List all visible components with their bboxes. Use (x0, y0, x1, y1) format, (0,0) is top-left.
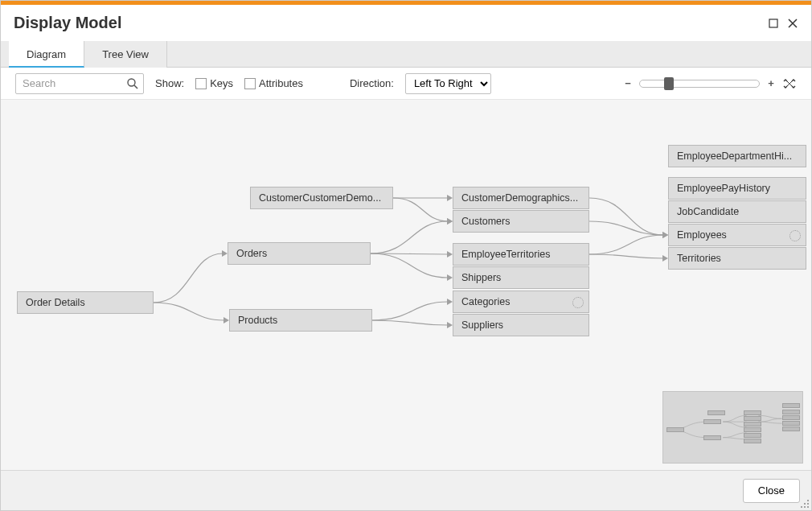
svg-point-1 (128, 79, 135, 86)
svg-marker-5 (447, 218, 453, 225)
zoom-out-button[interactable]: − (621, 77, 634, 90)
toolbar: Show: Keys Attributes Direction: Left To… (1, 68, 811, 100)
svg-point-16 (807, 500, 809, 501)
zoom-in-button[interactable]: + (765, 77, 777, 90)
svg-rect-0 (769, 19, 777, 27)
tab-diagram[interactable]: Diagram (9, 41, 84, 68)
search-icon (126, 77, 139, 90)
node-order-details[interactable]: Order Details (17, 291, 154, 314)
node-categories[interactable]: Categories (453, 291, 589, 313)
window-controls (768, 18, 798, 29)
maximize-icon (769, 19, 778, 28)
svg-point-2 (789, 83, 790, 84)
svg-marker-11 (447, 322, 453, 328)
fit-to-screen-button[interactable] (782, 76, 797, 91)
show-label: Show: (155, 77, 184, 89)
svg-marker-13 (662, 232, 668, 238)
node-shippers[interactable]: Shippers (453, 266, 589, 289)
diagram-canvas[interactable]: Order DetailsOrdersProductsCustomerCusto… (1, 100, 811, 471)
svg-marker-3 (222, 250, 228, 257)
svg-point-20 (804, 506, 806, 508)
zoom-controls: − + (621, 76, 797, 91)
footer: Close (1, 471, 811, 510)
keys-label-text: Keys (210, 77, 233, 89)
node-employees[interactable]: Employees (668, 224, 806, 246)
direction-select[interactable]: Left To Right (405, 73, 491, 94)
close-window-button[interactable] (787, 18, 798, 29)
svg-marker-7 (447, 274, 453, 281)
node-emp-dept-history[interactable]: EmployeeDepartmentHi... (668, 145, 806, 167)
svg-marker-8 (447, 195, 453, 201)
keys-checkbox[interactable] (195, 78, 207, 89)
close-button[interactable]: Close (743, 479, 800, 503)
resize-grip-icon[interactable] (800, 499, 810, 509)
window: Display Model Diagram Tree View Show: Ke… (0, 0, 812, 511)
svg-marker-12 (662, 232, 668, 238)
maximize-button[interactable] (768, 18, 779, 29)
svg-marker-6 (447, 251, 453, 258)
node-customers[interactable]: Customers (453, 210, 589, 233)
svg-marker-4 (224, 317, 229, 323)
svg-marker-9 (447, 218, 453, 225)
svg-marker-10 (447, 299, 453, 305)
tab-tree-view[interactable]: Tree View (84, 41, 167, 68)
node-emp-territories[interactable]: EmployeeTerritories (453, 243, 589, 266)
svg-point-17 (804, 503, 806, 505)
keys-checkbox-label[interactable]: Keys (195, 77, 233, 89)
svg-point-19 (801, 506, 802, 508)
node-emp-pay-history[interactable]: EmployeePayHistory (668, 177, 806, 200)
attributes-label-text: Attributes (259, 77, 303, 89)
node-territories[interactable]: Territories (668, 247, 806, 270)
node-cust-demo[interactable]: CustomerDemographics... (453, 187, 589, 209)
svg-marker-15 (662, 232, 668, 238)
search-wrap (15, 73, 144, 94)
node-cust-cust-demo[interactable]: CustomerCustomerDemo... (250, 187, 393, 209)
node-products[interactable]: Products (229, 309, 372, 332)
window-title: Display Model (14, 14, 768, 32)
search-input[interactable] (15, 73, 144, 94)
svg-point-18 (807, 503, 809, 505)
titlebar: Display Model (1, 5, 811, 41)
node-job-candidate[interactable]: JobCandidate (668, 200, 806, 223)
attributes-checkbox-label[interactable]: Attributes (244, 77, 303, 89)
close-icon (788, 19, 798, 28)
svg-point-21 (807, 506, 809, 508)
svg-marker-14 (662, 255, 668, 262)
node-orders[interactable]: Orders (228, 242, 371, 265)
tabs: Diagram Tree View (1, 41, 811, 68)
node-suppliers[interactable]: Suppliers (453, 314, 589, 336)
minimap[interactable] (662, 391, 803, 464)
zoom-slider-thumb[interactable] (664, 77, 674, 90)
direction-label: Direction: (350, 77, 394, 89)
zoom-slider[interactable] (639, 80, 760, 88)
attributes-checkbox[interactable] (244, 78, 256, 89)
